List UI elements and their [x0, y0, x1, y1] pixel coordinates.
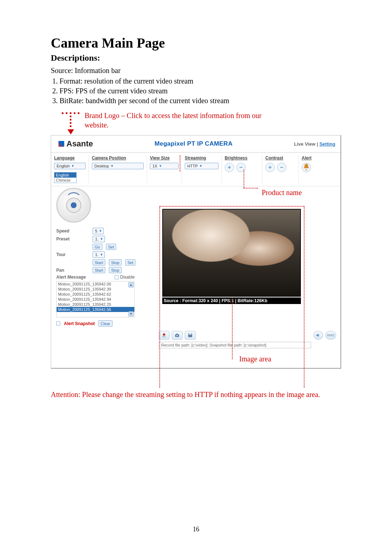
alert-snapshot-checkbox[interactable] [56, 321, 60, 325]
list-item: BitRate: bandwidth per second of the cur… [60, 96, 341, 106]
camera-position-select[interactable]: Desktop ▼ [92, 163, 144, 169]
speaker-icon [315, 332, 321, 338]
description-list: Format: resolution of the current video … [51, 76, 341, 106]
path-button[interactable] [185, 331, 196, 340]
nav-live-view[interactable]: Live View [294, 141, 315, 147]
svg-point-4 [176, 335, 178, 336]
chevron-down-icon: ▼ [159, 164, 162, 168]
language-option-chinese[interactable]: Chinese [54, 178, 76, 183]
alert-message-label: Alert Message [56, 275, 86, 280]
disable-checkbox[interactable] [115, 275, 119, 279]
view-size-select[interactable]: 1X ▼ [150, 163, 179, 169]
record-icon: REC [161, 332, 167, 338]
subheading: Descriptions: [51, 53, 341, 63]
camera-position-label: Camera Position [92, 155, 144, 161]
record-button[interactable]: REC [159, 331, 170, 340]
callout-image-area: Image area [239, 355, 271, 363]
chevron-down-icon: ▼ [110, 164, 114, 168]
list-item: FPS: FPS of the current video stream [60, 86, 341, 96]
chevron-down-icon: ▼ [71, 164, 74, 168]
contrast-label: Contrast [265, 155, 295, 161]
tour-select[interactable]: 1. ▼ [93, 251, 105, 258]
source-label: Source: Information bar [51, 66, 341, 76]
ptz-dial[interactable] [56, 188, 91, 223]
tour-label: Tour [56, 252, 89, 257]
list-item[interactable]: Motion_20091125_135942.25 [57, 302, 134, 307]
list-item[interactable]: Motion_20091125_135942.62 [57, 292, 134, 297]
attention-note: Attention: Please change the streaming s… [51, 390, 341, 399]
preset-select[interactable]: 1. ▼ [93, 236, 105, 242]
svg-point-0 [163, 333, 166, 336]
snapshot-button[interactable] [172, 331, 183, 340]
scroll-up-icon[interactable]: ▲ [128, 282, 134, 287]
list-item-selected[interactable]: Motion_20091125_135942.56 [57, 307, 134, 312]
streaming-select[interactable]: HTTP ▼ [185, 163, 219, 169]
language-option-english[interactable]: English [54, 173, 76, 178]
brand-icon [58, 141, 64, 147]
leader-line-icon [244, 188, 258, 189]
camera-icon [174, 332, 180, 338]
alert-button[interactable] [302, 163, 311, 172]
svg-rect-6 [189, 333, 192, 335]
list-item[interactable]: Motion_20091125_135942.39 [57, 287, 134, 292]
chevron-down-icon: ▼ [100, 237, 103, 241]
list-item: Format: resolution of the current video … [60, 76, 341, 86]
brightness-minus-button[interactable]: − [236, 163, 246, 172]
streaming-label: Streaming [185, 155, 219, 161]
svg-rect-3 [176, 333, 178, 335]
video-preview [162, 209, 301, 297]
leader-dots-icon [62, 112, 79, 134]
language-select[interactable]: English ▼ [54, 163, 86, 169]
tour-set-button[interactable]: Set [125, 259, 136, 266]
pan-stop-button[interactable]: Stop [109, 267, 122, 273]
contrast-plus-button[interactable]: + [265, 163, 275, 172]
arrow-down-icon [68, 129, 74, 134]
preset-set-button[interactable]: Set [106, 244, 117, 250]
brightness-plus-button[interactable]: + [225, 163, 234, 172]
leader-line-icon [244, 170, 244, 188]
page-number: 16 [193, 526, 199, 533]
brand-logo[interactable]: Asante [58, 139, 93, 149]
nav: Live View | Setting [294, 141, 335, 147]
image-area-frame: Source : Format:320 x 240 | FPS:1 | BitR… [159, 206, 305, 304]
rms-button[interactable]: RMS [325, 331, 336, 340]
page-title: Camera Main Page [51, 35, 341, 51]
list-item[interactable]: Motion_20091125_135942.94 [57, 297, 134, 302]
chevron-down-icon: ▼ [99, 229, 102, 233]
list-item[interactable]: Motion_20091125_135942.00 [57, 281, 134, 287]
tour-stop-button[interactable]: Stop [109, 259, 122, 266]
view-size-label: View Size [150, 155, 179, 161]
alert-label: Alert [302, 155, 316, 161]
clear-button[interactable]: Clear [98, 320, 112, 327]
dial-center-button[interactable] [66, 198, 81, 213]
language-label: Language [54, 155, 86, 161]
contrast-minus-button[interactable]: − [277, 163, 286, 172]
brightness-label: Brightness [225, 155, 259, 161]
alert-snapshot-label: Alert Snapshot [64, 321, 95, 326]
preset-go-button[interactable]: Go [93, 244, 102, 250]
lens-icon [71, 202, 77, 208]
scroll-down-icon[interactable]: ▼ [128, 311, 134, 316]
app-frame: Asante Megapixel PT IP CAMERA Live View … [51, 135, 341, 369]
language-dropdown-open[interactable]: English Chinese [54, 172, 77, 183]
source-info-bar: Source : Format:320 x 240 | FPS:1 | BitR… [162, 297, 301, 304]
disable-label: Disable [120, 275, 135, 280]
logo-note: Brand Logo – Click to access the latest … [85, 111, 281, 130]
nav-setting[interactable]: Setting [319, 141, 335, 147]
speed-select[interactable]: 5 ▼ [93, 228, 104, 234]
speed-label: Speed [56, 228, 89, 234]
pan-label: Pan [56, 268, 89, 273]
product-title: Megapixel PT IP CAMERA [155, 140, 233, 147]
preset-label: Preset [56, 236, 89, 242]
floppy-icon [187, 332, 193, 338]
callout-product-name: Product name [262, 189, 302, 197]
leader-line-icon [180, 155, 180, 171]
pan-start-button[interactable]: Start [93, 267, 105, 273]
brand-name: Asante [66, 139, 93, 149]
path-info-box: Record file path: [c:\video]; Snapshot f… [159, 342, 311, 348]
sound-button[interactable] [314, 331, 323, 340]
chevron-down-icon: ▼ [100, 253, 103, 256]
chevron-down-icon: ▼ [199, 164, 203, 168]
alert-list[interactable]: Motion_20091125_135942.00 Motion_2009112… [56, 281, 135, 317]
tour-start-button[interactable]: Start [93, 259, 105, 266]
